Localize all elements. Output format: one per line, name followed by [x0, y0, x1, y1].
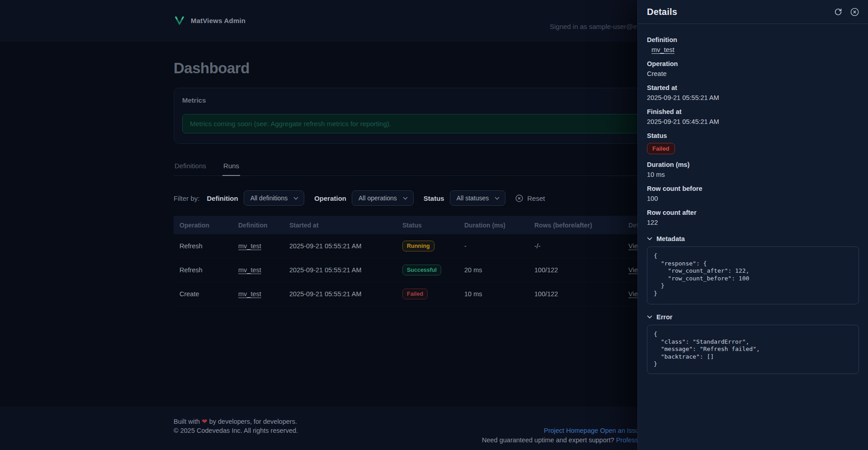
- cell-operation: Refresh: [174, 242, 232, 250]
- operation-field-label: Operation: [647, 60, 859, 67]
- definition-link[interactable]: mv_test: [238, 266, 261, 274]
- chevron-down-icon: [647, 237, 652, 241]
- col-duration: Duration (ms): [458, 222, 528, 229]
- filter-bar: Filter by: Definition All definitions Op…: [174, 190, 694, 206]
- status-filter-label: Status: [424, 194, 444, 202]
- row-count-after-value: 122: [647, 219, 859, 226]
- runs-table: Operation Definition Started at Status D…: [174, 216, 694, 306]
- operation-field-value: Create: [647, 70, 859, 77]
- col-started-at: Started at: [283, 222, 396, 229]
- started-at-field-value: 2025-09-21 05:55:21 AM: [647, 94, 859, 101]
- reset-label: Reset: [527, 194, 545, 202]
- brand-label: MatViews Admin: [191, 17, 245, 24]
- brand[interactable]: MatViews Admin: [174, 14, 245, 26]
- circle-x-icon: [850, 8, 859, 16]
- cell-operation: Create: [174, 290, 232, 298]
- col-definition: Definition: [232, 222, 283, 229]
- cell-operation: Refresh: [174, 266, 232, 274]
- chevron-down-icon: [293, 197, 298, 200]
- heart-icon: ❤: [202, 417, 208, 425]
- row-count-before-label: Row count before: [647, 185, 859, 192]
- cell-rows: 100/122: [528, 266, 623, 274]
- definition-link[interactable]: mv_test: [238, 290, 261, 298]
- close-panel-button[interactable]: [850, 7, 859, 16]
- error-section-title: Error: [656, 313, 672, 321]
- definition-filter-value: All definitions: [250, 194, 288, 202]
- duration-field-label: Duration (ms): [647, 161, 859, 168]
- filter-by-label: Filter by:: [174, 194, 200, 202]
- metrics-card-title: Metrics: [182, 96, 686, 104]
- status-badge: Failed: [647, 143, 675, 154]
- open-issue-link[interactable]: Open an Issue: [600, 427, 642, 434]
- row-count-after-label: Row count after: [647, 209, 859, 216]
- finished-at-field-label: Finished at: [647, 108, 859, 115]
- refresh-icon: [834, 8, 842, 16]
- status-badge: Successful: [402, 265, 441, 275]
- details-panel-title: Details: [647, 7, 834, 17]
- metadata-section-toggle[interactable]: Metadata: [647, 235, 859, 242]
- cell-duration: 10 ms: [458, 290, 528, 298]
- status-badge: Running: [402, 241, 434, 251]
- tabs: Definitions Runs: [174, 162, 694, 176]
- metrics-card: Metrics Metrics coming soon (see: Aggreg…: [174, 88, 694, 144]
- started-at-field-label: Started at: [647, 84, 859, 91]
- cell-started-at: 2025-09-21 05:55:21 AM: [283, 290, 396, 298]
- refresh-button[interactable]: [834, 7, 843, 16]
- details-panel: Details Definition mv_test: [637, 0, 868, 450]
- page-title: Dashboard: [174, 60, 694, 77]
- finished-at-field-value: 2025-09-21 05:45:21 AM: [647, 118, 859, 125]
- operation-filter-label: Operation: [314, 194, 346, 202]
- cell-started-at: 2025-09-21 05:55:21 AM: [283, 242, 396, 250]
- definition-link[interactable]: mv_test: [651, 46, 675, 53]
- tab-runs[interactable]: Runs: [222, 162, 240, 176]
- definition-filter-label: Definition: [207, 194, 238, 202]
- runs-table-header: Operation Definition Started at Status D…: [174, 216, 694, 234]
- chevron-down-icon: [647, 315, 652, 319]
- col-status: Status: [396, 222, 458, 229]
- col-operation: Operation: [174, 222, 232, 229]
- status-filter-select[interactable]: All statuses: [450, 190, 506, 206]
- main-content: Dashboard Metrics Metrics coming soon (s…: [174, 42, 694, 306]
- error-json-block: { "class": "StandardError", "message": "…: [647, 325, 859, 374]
- metrics-coming-soon-banner: Metrics coming soon (see: Aggregate refr…: [182, 114, 686, 133]
- status-field-label: Status: [647, 132, 859, 139]
- metadata-json-block: { "response": { "row_count_after": 122, …: [647, 246, 859, 304]
- operation-filter-select[interactable]: All operations: [352, 190, 414, 206]
- status-badge: Failed: [402, 289, 428, 299]
- details-panel-header: Details: [638, 0, 868, 24]
- chevron-down-icon: [495, 197, 500, 200]
- metadata-section-title: Metadata: [656, 235, 685, 242]
- tab-definitions[interactable]: Definitions: [174, 162, 207, 175]
- cell-duration: -: [458, 242, 528, 250]
- table-row: Create mv_test 2025-09-21 05:55:21 AM Fa…: [174, 282, 694, 306]
- operation-filter-value: All operations: [359, 194, 397, 202]
- cell-duration: 20 ms: [458, 266, 528, 274]
- project-homepage-link[interactable]: Project Homepage: [544, 427, 598, 434]
- definition-filter-select[interactable]: All definitions: [244, 190, 305, 206]
- error-section-toggle[interactable]: Error: [647, 313, 859, 321]
- footer-links: Project Homepage Open an Issue: [544, 427, 642, 434]
- footer-copyright: © 2025 Codevedas Inc. All rights reserve…: [174, 427, 298, 434]
- table-row: Refresh mv_test 2025-09-21 05:55:21 AM S…: [174, 258, 694, 282]
- status-filter-value: All statuses: [457, 194, 489, 202]
- cell-rows: -/-: [528, 242, 623, 250]
- definition-link[interactable]: mv_test: [238, 242, 261, 250]
- app-root: MatViews Admin Signed in as sample-user@…: [0, 0, 868, 450]
- reset-filters-button[interactable]: Reset: [515, 194, 545, 202]
- table-row: Refresh mv_test 2025-09-21 05:55:21 AM R…: [174, 234, 694, 258]
- v-logo-icon: [174, 14, 185, 26]
- row-count-before-value: 100: [647, 195, 859, 202]
- definition-field-label: Definition: [647, 36, 859, 43]
- chevron-down-icon: [403, 197, 408, 200]
- cell-started-at: 2025-09-21 05:55:21 AM: [283, 266, 396, 274]
- cell-rows: 100/122: [528, 290, 623, 298]
- details-panel-body: Definition mv_test Operation Create Star…: [638, 24, 868, 383]
- circle-x-icon: [515, 194, 523, 202]
- duration-field-value: 10 ms: [647, 171, 859, 178]
- footer-built-with: Built with ❤ by developers, for develope…: [174, 417, 297, 426]
- col-rows: Rows (before/after): [528, 222, 623, 229]
